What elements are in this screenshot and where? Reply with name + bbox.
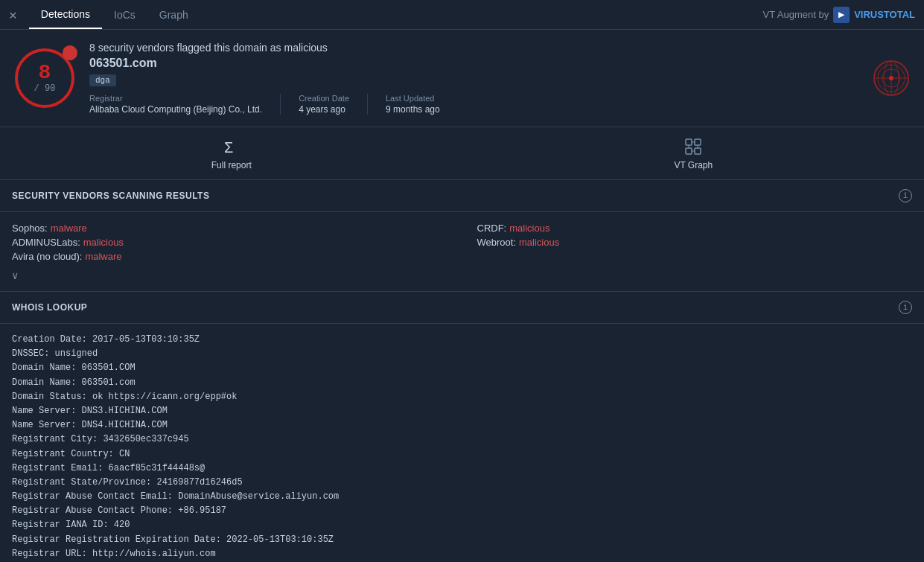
vendor-sophos: Sophos: xyxy=(12,223,48,234)
svg-text:Σ: Σ xyxy=(224,139,233,156)
score-denom: / 90 xyxy=(34,83,56,94)
updated-block: Last Updated 9 months ago xyxy=(386,94,458,115)
registrar-value: Alibaba Cloud Computing (Beijing) Co., L… xyxy=(89,104,262,115)
updated-label: Last Updated xyxy=(386,94,440,103)
detections-left-column: Sophos: malware ADMINUSLabs: malicious A… xyxy=(12,221,447,264)
detection-row: ADMINUSLabs: malicious xyxy=(12,235,447,249)
summary-info: 8 security vendors flagged this domain a… xyxy=(89,42,858,115)
vendor-webroot: Webroot: xyxy=(477,237,517,248)
summary-section: 8 / 90 8 security vendors flagged this d… xyxy=(0,30,924,127)
detections-grid: Sophos: malware ADMINUSLabs: malicious A… xyxy=(12,221,912,264)
flagged-text: 8 security vendors flagged this domain a… xyxy=(89,42,858,54)
updated-value: 9 months ago xyxy=(386,104,440,115)
creation-block: Creation Date 4 years ago xyxy=(299,94,368,115)
security-section: SECURITY VENDORS SCANNING RESULTS i Soph… xyxy=(0,180,924,292)
whois-info-icon[interactable]: i xyxy=(899,301,912,314)
expand-button[interactable]: ∨ xyxy=(12,269,912,282)
svg-rect-11 xyxy=(695,148,701,154)
svg-rect-8 xyxy=(686,139,692,145)
detection-row: Webroot: malicious xyxy=(477,235,913,249)
security-info-icon[interactable]: i xyxy=(899,189,912,202)
result-crdf: malicious xyxy=(509,223,549,234)
whois-text: Creation Date: 2017-05-13T03:10:35Z DNSS… xyxy=(12,333,912,562)
svg-rect-10 xyxy=(686,148,692,154)
detection-row: Avira (no cloud): malware xyxy=(12,249,447,264)
result-adminuslabs: malicious xyxy=(83,237,124,248)
svg-point-6 xyxy=(889,76,893,80)
tab-graph[interactable]: Graph xyxy=(147,0,200,29)
domain-name: 063501.com xyxy=(89,57,858,70)
full-report-button[interactable]: Σ Full report xyxy=(211,136,252,170)
security-section-title: SECURITY VENDORS SCANNING RESULTS xyxy=(12,191,209,201)
creation-label: Creation Date xyxy=(299,94,349,103)
close-button[interactable]: ✕ xyxy=(9,7,17,23)
avatar xyxy=(873,60,909,96)
detections-content: Sophos: malware ADMINUSLabs: malicious A… xyxy=(0,212,924,291)
detection-row: Sophos: malware xyxy=(12,221,447,235)
vendor-adminuslabs: ADMINUSLabs: xyxy=(12,237,80,248)
whois-content: Creation Date: 2017-05-13T03:10:35Z DNSS… xyxy=(0,324,924,562)
whois-section-header: WHOIS LOOKUP i xyxy=(0,292,924,324)
vt-graph-label: VT Graph xyxy=(674,160,713,170)
summary-meta: Registrar Alibaba Cloud Computing (Beiji… xyxy=(89,94,858,115)
augment-label: VT Augment by xyxy=(762,9,829,20)
result-avira: malware xyxy=(85,251,121,262)
whois-section: WHOIS LOOKUP i Creation Date: 2017-05-13… xyxy=(0,292,924,562)
augment-section: VT Augment by ▶ VIRUSTOTAL xyxy=(762,7,915,23)
score-slash-decoration xyxy=(60,43,80,63)
sigma-icon: Σ xyxy=(221,136,242,157)
whois-section-title: WHOIS LOOKUP xyxy=(12,302,87,313)
vt-logo-label: VIRUSTOTAL xyxy=(854,9,915,20)
vendor-crdf: CRDF: xyxy=(477,223,507,234)
header: ✕ Detections IoCs Graph VT Augment by ▶ … xyxy=(0,0,924,30)
creation-value: 4 years ago xyxy=(299,104,349,115)
vendor-avira: Avira (no cloud): xyxy=(12,251,82,262)
vt-icon: ▶ xyxy=(833,7,850,23)
result-webroot: malicious xyxy=(519,237,559,248)
detection-row: CRDF: malicious xyxy=(477,221,913,235)
header-tabs: Detections IoCs Graph xyxy=(29,0,200,29)
svg-rect-9 xyxy=(695,139,701,145)
vt-graph-button[interactable]: VT Graph xyxy=(674,136,713,170)
score-circle: 8 / 90 xyxy=(15,48,74,108)
security-section-header: SECURITY VENDORS SCANNING RESULTS i xyxy=(0,180,924,212)
score-number: 8 xyxy=(39,63,51,83)
graph-icon xyxy=(683,136,704,157)
result-sophos: malware xyxy=(51,223,87,234)
tag-badge: dga xyxy=(89,74,116,86)
registrar-block: Registrar Alibaba Cloud Computing (Beiji… xyxy=(89,94,281,115)
tab-iocs[interactable]: IoCs xyxy=(102,0,147,29)
tab-detections[interactable]: Detections xyxy=(29,0,102,29)
action-bar: Σ Full report VT Graph xyxy=(0,127,924,180)
registrar-label: Registrar xyxy=(89,94,262,103)
detections-right-column: CRDF: malicious Webroot: malicious xyxy=(477,221,913,264)
full-report-label: Full report xyxy=(211,160,252,170)
